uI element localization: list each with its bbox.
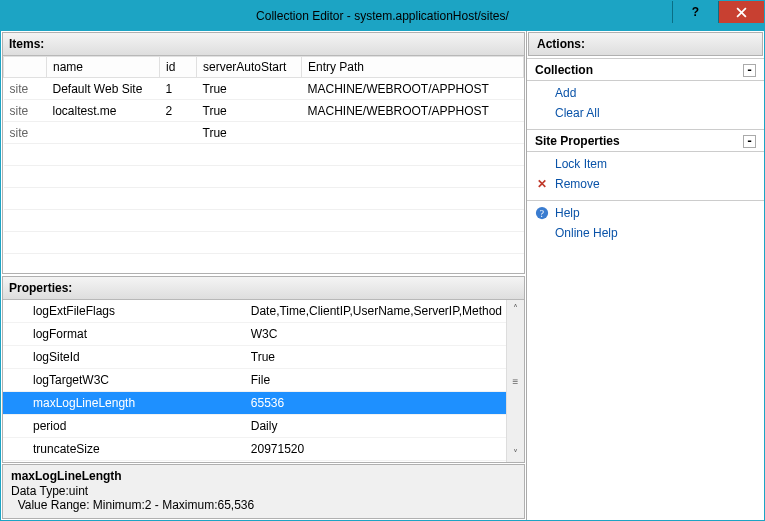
property-group-row[interactable]: name💡 — [3, 461, 506, 463]
online-help-link[interactable]: Online Help — [527, 223, 764, 243]
cell-id — [160, 188, 197, 210]
table-row — [4, 188, 524, 210]
cell-key: site — [4, 122, 47, 144]
titlebar: Collection Editor - system.applicationHo… — [1, 1, 764, 31]
property-value: 65536 — [245, 392, 506, 415]
col-path[interactable]: Entry Path — [302, 57, 524, 78]
property-name: logTargetW3C — [3, 369, 245, 392]
cell-path — [302, 232, 524, 254]
properties-grid[interactable]: logExtFileFlagsDate,Time,ClientIP,UserNa… — [3, 300, 506, 462]
cell-name: localtest.me — [47, 100, 160, 122]
cell-key — [4, 188, 47, 210]
cell-path: MACHINE/WEBROOT/APPHOST — [302, 78, 524, 100]
cell-id — [160, 232, 197, 254]
table-row[interactable]: siteTrue — [4, 122, 524, 144]
property-name: period — [3, 415, 245, 438]
cell-key: site — [4, 78, 47, 100]
cell-key — [4, 210, 47, 232]
cell-path — [302, 144, 524, 166]
remove-link[interactable]: ✕ Remove — [527, 174, 764, 194]
property-value: Daily — [245, 415, 506, 438]
cell-auto — [197, 232, 302, 254]
properties-scrollbar[interactable]: ˄ ≡ ˅ — [506, 300, 524, 462]
cell-name — [47, 210, 160, 232]
site-properties-title: Site Properties — [535, 134, 620, 148]
titlebar-buttons: ? — [672, 1, 764, 23]
close-button[interactable] — [718, 1, 764, 23]
desc-line2: Value Range: Minimum:2 - Maximum:65,536 — [11, 498, 516, 512]
cell-path — [302, 122, 524, 144]
property-row[interactable]: logSiteIdTrue — [3, 346, 506, 369]
col-id[interactable]: id — [160, 57, 197, 78]
property-row[interactable]: periodDaily — [3, 415, 506, 438]
window-title: Collection Editor - system.applicationHo… — [1, 9, 764, 23]
table-row — [4, 232, 524, 254]
cell-auto — [197, 144, 302, 166]
collection-title: Collection — [535, 63, 593, 77]
cell-auto — [197, 166, 302, 188]
actions-heading: Actions: — [528, 32, 763, 56]
cell-auto: True — [197, 78, 302, 100]
section-site-properties: Site Properties - Lock Item ✕ Remove — [527, 129, 764, 196]
desc-title: maxLogLineLength — [11, 469, 516, 483]
actions-pane: Actions: Collection - Add Clear All — [527, 31, 764, 520]
property-value: True — [245, 346, 506, 369]
clear-all-link[interactable]: Clear All — [527, 103, 764, 123]
property-row[interactable]: logTargetW3CFile — [3, 369, 506, 392]
col-name[interactable]: name — [47, 57, 160, 78]
cell-id — [160, 122, 197, 144]
help-link[interactable]: ? Help — [527, 203, 764, 223]
collapse-icon[interactable]: - — [743, 64, 756, 77]
add-link[interactable]: Add — [527, 83, 764, 103]
property-value: File — [245, 369, 506, 392]
cell-auto — [197, 188, 302, 210]
help-icon: ? — [535, 206, 549, 220]
remove-icon: ✕ — [535, 177, 549, 191]
items-grid[interactable]: name id serverAutoStart Entry Path siteD… — [3, 56, 524, 273]
section-collection: Collection - Add Clear All — [527, 58, 764, 125]
property-group-icon: 💡 — [245, 461, 506, 463]
table-row — [4, 144, 524, 166]
cell-name — [47, 232, 160, 254]
property-row[interactable]: truncateSize20971520 — [3, 438, 506, 461]
cell-path — [302, 210, 524, 232]
collection-editor-window: Collection Editor - system.applicationHo… — [0, 0, 765, 521]
cell-path — [302, 188, 524, 210]
property-row[interactable]: logExtFileFlagsDate,Time,ClientIP,UserNa… — [3, 300, 506, 323]
cell-name: Default Web Site — [47, 78, 160, 100]
scroll-up-icon[interactable]: ˄ — [507, 300, 524, 317]
table-row — [4, 166, 524, 188]
items-panel: Items: name id serverAutoStart Entry Pat… — [2, 32, 525, 274]
lock-item-link[interactable]: Lock Item — [527, 154, 764, 174]
col-key[interactable] — [4, 57, 47, 78]
property-name: maxLogLineLength — [3, 392, 245, 415]
help-button[interactable]: ? — [672, 1, 718, 23]
properties-panel: Properties: logExtFileFlagsDate,Time,Cli… — [2, 276, 525, 463]
property-name: logSiteId — [3, 346, 245, 369]
cell-id — [160, 210, 197, 232]
property-value: Date,Time,ClientIP,UserName,ServerIP,Met… — [245, 300, 506, 323]
cell-key: site — [4, 100, 47, 122]
table-row — [4, 210, 524, 232]
cell-name — [47, 166, 160, 188]
property-name: logExtFileFlags — [3, 300, 245, 323]
cell-id: 1 — [160, 78, 197, 100]
table-row[interactable]: sitelocaltest.me2TrueMACHINE/WEBROOT/APP… — [4, 100, 524, 122]
property-value: W3C — [245, 323, 506, 346]
scroll-thumb-icon[interactable]: ≡ — [507, 373, 524, 390]
items-header-row: name id serverAutoStart Entry Path — [4, 57, 524, 78]
close-icon — [736, 7, 747, 18]
cell-key — [4, 166, 47, 188]
cell-name — [47, 122, 160, 144]
collapse-icon[interactable]: - — [743, 135, 756, 148]
items-heading: Items: — [3, 33, 524, 56]
property-row[interactable]: logFormatW3C — [3, 323, 506, 346]
scroll-down-icon[interactable]: ˅ — [507, 445, 524, 462]
col-auto[interactable]: serverAutoStart — [197, 57, 302, 78]
cell-id — [160, 166, 197, 188]
table-row[interactable]: siteDefault Web Site1TrueMACHINE/WEBROOT… — [4, 78, 524, 100]
property-row[interactable]: maxLogLineLength65536 — [3, 392, 506, 415]
cell-id: 2 — [160, 100, 197, 122]
cell-path: MACHINE/WEBROOT/APPHOST — [302, 100, 524, 122]
cell-id — [160, 144, 197, 166]
